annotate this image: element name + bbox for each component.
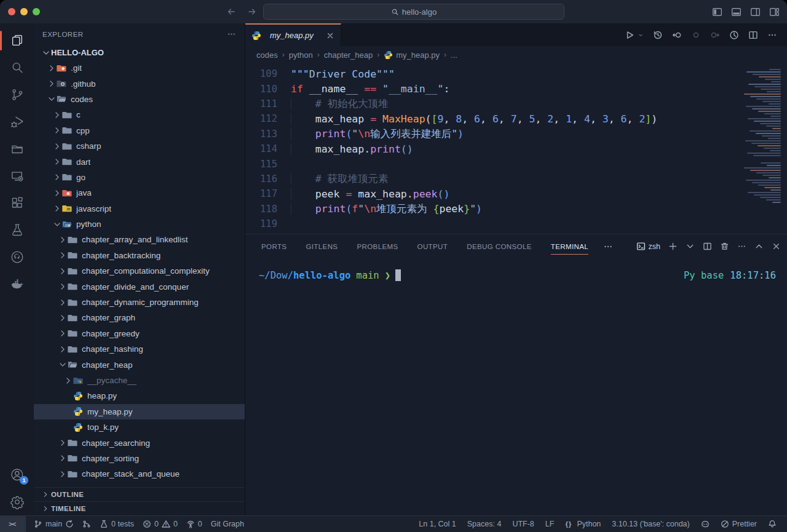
panel-tabs-more-icon[interactable]: [603, 242, 613, 252]
customize-layout-icon[interactable]: [769, 7, 780, 17]
tree-item-c[interactable]: c: [34, 107, 245, 122]
tree-item-heap.py[interactable]: heap.py: [34, 388, 245, 403]
maximize-panel-icon[interactable]: [754, 242, 764, 251]
tree-item-.git[interactable]: .git: [34, 60, 245, 76]
status-python-interpreter[interactable]: 3.10.13 ('base': conda): [607, 516, 694, 532]
code-editor[interactable]: 109"""Driver Code"""110if __name__ == "_…: [245, 63, 787, 234]
breadcrumb-chapter-heap[interactable]: chapter_heap: [324, 50, 373, 60]
activity-remote-explorer[interactable]: [0, 162, 34, 189]
timeline-section[interactable]: TIMELINE: [34, 501, 245, 515]
tree-item-chapter_dynamic_programming[interactable]: chapter_dynamic_programming: [34, 295, 245, 310]
panel-tab-debug-console[interactable]: DEBUG CONSOLE: [467, 234, 532, 258]
gitlens-compare-icon[interactable]: [691, 30, 701, 40]
tree-item-chapter_greedy[interactable]: chapter_greedy: [34, 326, 245, 341]
close-tab-icon[interactable]: [326, 31, 334, 40]
close-panel-icon[interactable]: [772, 242, 781, 251]
tree-item-__pycache__[interactable]: __pycache__: [34, 373, 245, 388]
tree-item-python[interactable]: python: [34, 216, 245, 232]
kill-terminal-icon[interactable]: [720, 242, 729, 251]
status-git-branch[interactable]: main: [30, 516, 78, 532]
tree-item-chapter_hashing[interactable]: chapter_hashing: [34, 341, 245, 357]
run-icon[interactable]: [625, 30, 635, 40]
outline-section[interactable]: OUTLINE: [34, 487, 245, 501]
panel-tab-output[interactable]: OUTPUT: [417, 234, 448, 258]
status-encoding[interactable]: UTF-8: [508, 516, 538, 532]
status-eol[interactable]: LF: [541, 516, 559, 532]
breadcrumb-my-heap-py[interactable]: my_heap.py: [384, 50, 440, 60]
toggle-panel-icon[interactable]: [731, 7, 742, 17]
tree-item-my_heap.py[interactable]: my_heap.py: [34, 404, 245, 419]
status-copilot[interactable]: [697, 516, 714, 532]
tree-item-chapter_divide_and_conquer[interactable]: chapter_divide_and_conquer: [34, 279, 245, 294]
timeline-history-icon[interactable]: [653, 30, 663, 40]
tree-item-cpp[interactable]: cpp: [34, 123, 245, 138]
tree-item-codes[interactable]: codes: [34, 92, 245, 107]
status-indentation[interactable]: Spaces: 4: [463, 516, 506, 532]
status-problems[interactable]: 00: [138, 516, 182, 532]
split-terminal-icon[interactable]: [703, 242, 712, 251]
split-editor-icon[interactable]: [748, 30, 758, 40]
tree-item-dart[interactable]: dart: [34, 154, 245, 169]
status-prettier[interactable]: Prettier: [716, 516, 761, 532]
terminal-profile-dropdown-icon[interactable]: [686, 242, 695, 251]
status-git-graph-button[interactable]: [78, 516, 95, 532]
activity-file-explorer[interactable]: [0, 135, 34, 162]
gitlens-forward-icon[interactable]: [710, 30, 720, 40]
terminal-more-icon[interactable]: [737, 242, 746, 251]
more-actions-icon[interactable]: [767, 30, 777, 40]
activity-github[interactable]: [0, 244, 34, 271]
go-forward-icon[interactable]: [247, 7, 257, 17]
command-center-search[interactable]: hello-algo: [263, 4, 564, 20]
activity-extensions[interactable]: [0, 189, 34, 216]
tree-item-chapter_heap[interactable]: chapter_heap: [34, 357, 245, 372]
zoom-window-button[interactable]: [33, 8, 40, 15]
status-feedback[interactable]: 0: [182, 516, 207, 532]
tree-item-chapter_searching[interactable]: chapter_searching: [34, 435, 245, 450]
status-remote-indicator[interactable]: ><: [0, 516, 26, 532]
activity-search[interactable]: [0, 54, 34, 81]
activity-settings[interactable]: [0, 488, 34, 515]
minimize-window-button[interactable]: [20, 8, 28, 15]
toggle-primary-sidebar-icon[interactable]: [712, 7, 722, 17]
activity-explorer[interactable]: [0, 27, 34, 54]
panel-tab-terminal[interactable]: TERMINAL: [551, 234, 588, 258]
status-notifications[interactable]: [764, 516, 781, 532]
breadcrumb--[interactable]: ...: [451, 50, 457, 60]
tab-my-heap-py[interactable]: my_heap.py: [245, 23, 341, 46]
activity-run-and-debug[interactable]: [0, 108, 34, 135]
explorer-more-actions-icon[interactable]: [227, 30, 236, 39]
panel-tab-gitlens[interactable]: GITLENS: [306, 234, 338, 258]
toggle-secondary-sidebar-icon[interactable]: [750, 7, 761, 17]
terminal[interactable]: ~/Dow/hello-algo main ❯ Py base 18:17:16: [245, 258, 787, 515]
activity-docker[interactable]: [0, 271, 34, 298]
tree-item-chapter_stack_and_queue[interactable]: chapter_stack_and_queue: [34, 466, 245, 482]
status-cursor-position[interactable]: Ln 1, Col 1: [414, 516, 460, 532]
activity-source-control[interactable]: [0, 81, 34, 108]
activity-testing[interactable]: [0, 216, 34, 244]
tree-item-go[interactable]: go: [34, 170, 245, 185]
panel-tab-ports[interactable]: PORTS: [261, 234, 287, 258]
panel-tab-problems[interactable]: PROBLEMS: [357, 234, 398, 258]
tree-item-javascript[interactable]: JSjavascript: [34, 201, 245, 216]
go-back-icon[interactable]: [226, 7, 236, 17]
gitlens-annotate-icon[interactable]: [729, 30, 739, 40]
terminal-profile[interactable]: zsh: [636, 242, 660, 251]
tree-item-chapter_backtracking[interactable]: chapter_backtracking: [34, 248, 245, 263]
status-language-mode[interactable]: { }Python: [561, 516, 605, 532]
tree-item-chapter_graph[interactable]: chapter_graph: [34, 310, 245, 325]
new-terminal-icon[interactable]: [668, 242, 678, 251]
breadcrumb-python[interactable]: python: [289, 50, 313, 60]
status-git-graph-label[interactable]: Git Graph: [207, 516, 248, 532]
tree-item-chapter_sorting[interactable]: chapter_sorting: [34, 451, 245, 466]
gitlens-back-icon[interactable]: [672, 30, 682, 40]
tree-item-chapter_array_and_linkedlist[interactable]: chapter_array_and_linkedlist: [34, 232, 245, 247]
tree-item-chapter_computational_complexity[interactable]: chapter_computational_complexity: [34, 263, 245, 279]
activity-accounts[interactable]: 1: [0, 461, 34, 488]
close-window-button[interactable]: [8, 8, 15, 15]
status-tests[interactable]: 0 tests: [95, 516, 138, 532]
tree-root-hello-algo[interactable]: HELLO-ALGO: [34, 45, 245, 60]
tree-item-java[interactable]: java: [34, 185, 245, 200]
tree-item-.github[interactable]: .github: [34, 76, 245, 91]
run-dropdown-icon[interactable]: [638, 30, 644, 40]
breadcrumb-codes[interactable]: codes: [256, 50, 278, 60]
